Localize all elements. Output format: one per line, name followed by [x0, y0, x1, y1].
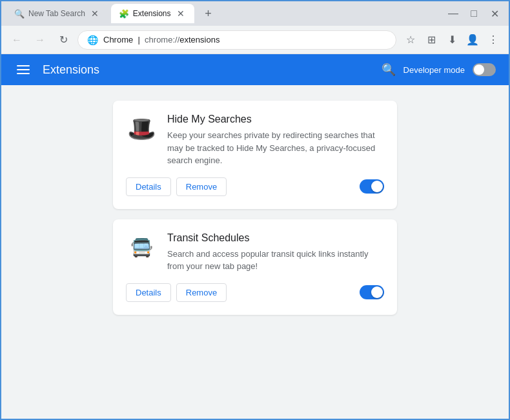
- card-header-1: 🎩 Hide My Searches Keep your searches pr…: [126, 114, 384, 167]
- profile-button[interactable]: 👤: [464, 31, 482, 49]
- details-button-2[interactable]: Details: [126, 283, 171, 302]
- address-bar: ← → ↻ 🌐 Chrome | chrome://extensions ☆ ⊞…: [1, 26, 509, 54]
- tab-new-tab-search-close[interactable]: ✕: [89, 8, 101, 19]
- developer-mode-label: Developer mode: [403, 65, 465, 75]
- close-button[interactable]: ✕: [485, 5, 504, 23]
- back-button[interactable]: ←: [8, 31, 26, 49]
- page-title: Extensions: [43, 63, 99, 77]
- reload-button[interactable]: ↻: [54, 31, 72, 49]
- browser-window: 🔍 New Tab Search ✕ 🧩 Extensions ✕ + — □ …: [0, 0, 510, 420]
- card-toggle-2: [360, 285, 384, 299]
- hamburger-menu[interactable]: [14, 63, 32, 77]
- ext-toggle-1[interactable]: [360, 179, 384, 194]
- extension-card-transit-schedules: 🚍 Transit Schedules Search and access po…: [113, 219, 397, 315]
- transit-schedules-icon: 🚍: [126, 232, 157, 263]
- card-actions-1: Details Remove: [126, 177, 384, 196]
- remove-button-2[interactable]: Remove: [176, 283, 227, 302]
- title-bar: 🔍 New Tab Search ✕ 🧩 Extensions ✕ + — □ …: [1, 1, 509, 26]
- forward-button[interactable]: →: [31, 31, 49, 49]
- extension-card-hide-my-searches: 🎩 Hide My Searches Keep your searches pr…: [113, 101, 397, 209]
- developer-mode-toggle[interactable]: [473, 63, 496, 76]
- extensions-header: Extensions 🔍 Developer mode: [1, 54, 509, 85]
- card-toggle-1: [360, 179, 384, 194]
- download-button[interactable]: ⬇: [443, 31, 461, 49]
- ext-toggle-slider-1: [360, 179, 384, 194]
- header-search-button[interactable]: 🔍: [382, 63, 396, 77]
- tab-extensions[interactable]: 🧩 Extensions ✕: [111, 4, 194, 23]
- extensions-main: filch.com 🎩 Hide My Searches Keep your s…: [1, 85, 509, 419]
- bookmark-button[interactable]: ☆: [402, 31, 420, 49]
- extensions-button[interactable]: ⊞: [422, 31, 440, 49]
- url-path: extensions: [179, 35, 219, 45]
- menu-button[interactable]: ⋮: [484, 31, 502, 49]
- tab-new-tab-search[interactable]: 🔍 New Tab Search ✕: [6, 4, 108, 23]
- globe-icon: 🌐: [87, 35, 98, 45]
- hamburger-line-2: [17, 69, 30, 70]
- remove-button-1[interactable]: Remove: [176, 177, 227, 196]
- ext-toggle-slider-2: [360, 285, 384, 299]
- extension-name-1: Hide My Searches: [167, 114, 384, 125]
- card-info-2: Transit Schedules Search and access popu…: [167, 232, 384, 273]
- minimize-button[interactable]: —: [444, 5, 462, 23]
- site-label: Chrome: [103, 35, 133, 45]
- address-actions: ☆ ⊞ ⬇ 👤 ⋮: [402, 31, 502, 49]
- ext-toggle-2[interactable]: [360, 285, 384, 299]
- developer-mode-slider: [473, 63, 496, 76]
- tab-extensions-close[interactable]: ✕: [175, 8, 187, 19]
- tab-new-tab-search-label: New Tab Search: [28, 9, 85, 18]
- card-info-1: Hide My Searches Keep your searches priv…: [167, 114, 384, 167]
- url-protocol: chrome://: [145, 35, 179, 45]
- card-header-2: 🚍 Transit Schedules Search and access po…: [126, 232, 384, 273]
- maximize-button[interactable]: □: [465, 5, 483, 23]
- window-controls: — □ ✕: [444, 5, 504, 23]
- extensions-tab-icon: 🧩: [119, 8, 129, 19]
- extension-desc-1: Keep your searches private by redirectin…: [167, 129, 384, 167]
- tab-extensions-label: Extensions: [133, 9, 171, 18]
- hide-my-searches-icon: 🎩: [126, 114, 157, 145]
- hamburger-line-1: [17, 65, 30, 66]
- details-button-1[interactable]: Details: [126, 177, 171, 196]
- card-actions-2: Details Remove: [126, 283, 384, 302]
- url-bar[interactable]: 🌐 Chrome | chrome://extensions: [77, 30, 396, 50]
- extension-name-2: Transit Schedules: [167, 232, 384, 244]
- extension-desc-2: Search and access popular transit quick …: [167, 248, 384, 273]
- search-icon: 🔍: [14, 8, 25, 19]
- url-text: Chrome | chrome://extensions: [103, 35, 219, 45]
- header-right: 🔍 Developer mode: [382, 63, 496, 77]
- hamburger-line-3: [17, 73, 30, 74]
- new-tab-button[interactable]: +: [199, 5, 218, 23]
